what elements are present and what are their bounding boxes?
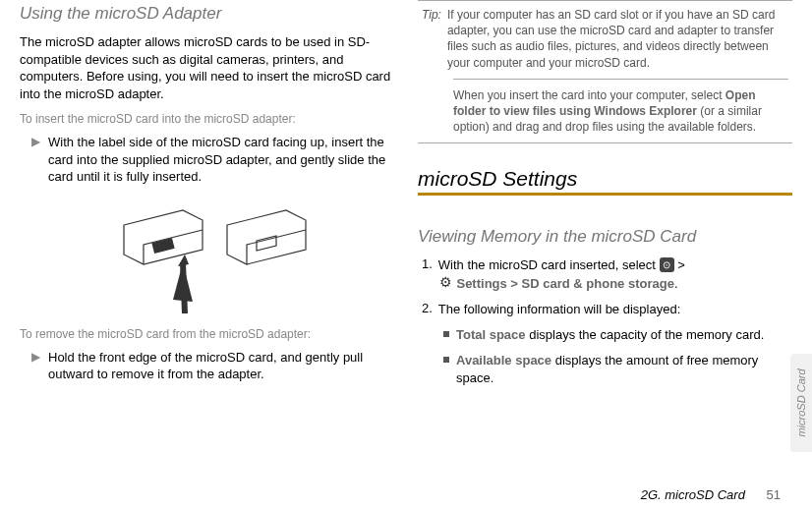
heading-microsd-settings: microSD Settings [418,167,792,191]
remove-bullet-row: ▶ Hold the front edge of the microSD car… [20,349,394,383]
tip-text-2: When you insert the card into your compu… [422,87,788,136]
svg-marker-2 [178,255,189,266]
remove-bullet-text: Hold the front edge of the microSD card,… [48,349,394,383]
svg-line-1 [183,262,185,313]
square-bullet-icon [443,357,449,363]
intro-paragraph: The microSD adapter allows microSD cards… [20,33,394,102]
square-bullet-icon [443,331,449,337]
tip-text-1: If your computer has an SD card slot or … [447,7,788,71]
footer-section-label: 2G. microSD Card [641,487,745,502]
side-tab: microSD Card [790,354,812,452]
adapter-figure [20,205,394,313]
bullet-triangle-icon: ▶ [31,350,40,364]
tip-box: Tip: If your computer has an SD card slo… [418,0,792,143]
insert-bullet-text: With the label side of the microSD card … [48,134,394,186]
svg-rect-0 [152,239,174,254]
footer-page-number: 51 [767,487,781,502]
remove-label: To remove the microSD card from the micr… [20,327,394,341]
apps-grid-icon: ⊙ [660,257,674,272]
available-space-item: Available space displays the amount of f… [418,352,792,387]
step-1: 1. With the microSD card inserted, selec… [418,256,792,292]
tip-label: Tip: [422,7,441,23]
page-footer: 2G. microSD Card 51 [641,487,781,502]
total-space-item: Total space displays the capacity of the… [418,326,792,344]
step-2: 2. The following information will be dis… [418,301,792,318]
heading-using-adapter: Using the microSD Adapter [20,4,394,24]
gear-icon: ⚙ [438,276,453,291]
insert-bullet-row: ▶ With the label side of the microSD car… [20,134,394,186]
bullet-triangle-icon: ▶ [31,135,40,148]
side-tab-label: microSD Card [795,368,807,436]
accent-bar [418,193,792,196]
heading-viewing-memory: Viewing Memory in the microSD Card [418,227,792,247]
insert-label: To insert the microSD card into the micr… [20,112,394,126]
